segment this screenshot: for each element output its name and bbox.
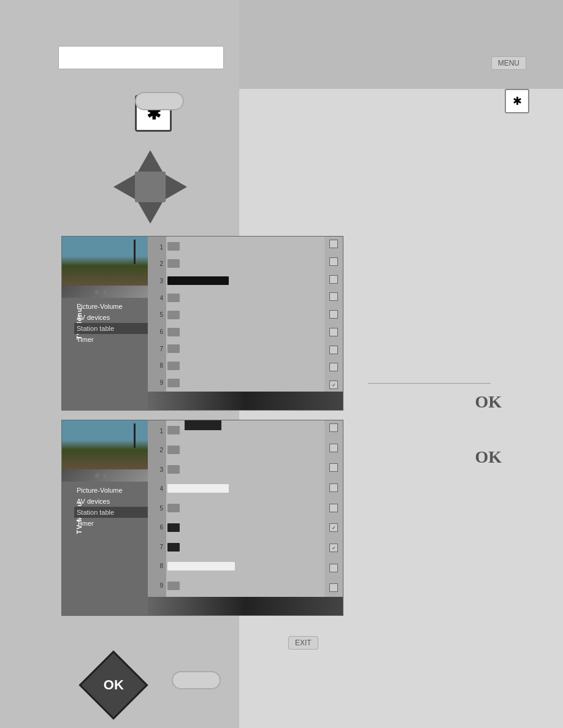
menu-button-right[interactable]: MENU — [491, 56, 526, 70]
exit-button[interactable]: EXIT — [288, 636, 318, 650]
star-icon-right: ✱ — [513, 94, 522, 108]
channel-bars-1 — [166, 237, 324, 410]
menu-item-picture-volume-1[interactable]: Picture-Volume — [74, 301, 148, 312]
ch-num-9: 9 — [149, 375, 165, 390]
ok-label: OK — [104, 677, 124, 693]
ch-cb-5[interactable] — [329, 310, 338, 319]
ch-cb-8[interactable] — [329, 363, 338, 371]
channel-checkboxes-2 — [324, 420, 343, 615]
exit-label: EXIT — [295, 639, 312, 647]
ch-num-5: 5 — [149, 308, 165, 322]
screen-gradient-2 — [148, 597, 343, 615]
channel-grid-1: 0 9 8 7 6 5 4 3 2 1 — [148, 237, 343, 410]
menu-item-timer-2[interactable]: Timer — [74, 518, 148, 529]
right-header — [239, 0, 563, 89]
ch-cb-9[interactable] — [329, 381, 338, 389]
ok-text-1: OK — [475, 392, 502, 412]
pill-button-top[interactable] — [135, 92, 184, 110]
ch-cb-4[interactable] — [329, 292, 338, 301]
tv-menu-items-1: Picture-Volume AV devices Station table … — [74, 301, 148, 345]
menu-item-station-table-2[interactable]: Station table — [74, 507, 148, 518]
ch-cb-2[interactable] — [329, 257, 338, 266]
menu-item-av-devices-2[interactable]: AV devices — [74, 496, 148, 507]
ch-num-1: 1 — [149, 240, 165, 254]
ch-cb-1[interactable] — [329, 240, 338, 248]
ch-num-7: 7 — [149, 341, 165, 356]
channel-numbers-2: 0 9 8 7 6 5 4 3 2 1 — [148, 420, 166, 615]
dpad-down[interactable] — [138, 202, 163, 224]
dpad-right[interactable] — [166, 175, 187, 199]
ok-text-2: OK — [475, 447, 502, 467]
ch-cb-7[interactable] — [329, 346, 338, 354]
menu-item-station-table-1[interactable]: Station table — [74, 323, 148, 334]
tv-menu-items-2: Picture-Volume AV devices Station table … — [74, 485, 148, 529]
menu-label-right: MENU — [498, 59, 519, 67]
ch-cb-6[interactable] — [329, 328, 338, 336]
menu-item-timer-1[interactable]: Timer — [74, 334, 148, 345]
channel-grid-2: 0 9 8 7 6 5 4 3 2 1 — [148, 420, 343, 615]
screen-gradient-1 — [148, 392, 343, 410]
ch-num-6: 6 — [149, 324, 165, 339]
star-button-right[interactable]: ✱ — [505, 89, 529, 113]
ch-num-3: 3 — [149, 273, 165, 288]
ch-cb-3[interactable] — [329, 275, 338, 284]
dpad-up[interactable] — [138, 150, 163, 172]
tv-screen-1: ★★★ TV-Menu Picture-Volume AV devices St… — [61, 236, 343, 411]
dpad[interactable] — [113, 150, 187, 224]
menu-item-picture-volume-2[interactable]: Picture-Volume — [74, 485, 148, 496]
divider-line — [368, 383, 491, 384]
pill-button-bottom[interactable] — [172, 671, 221, 689]
menu-item-av-devices-1[interactable]: AV devices — [74, 312, 148, 323]
channel-numbers-1: 0 9 8 7 6 5 4 3 2 1 — [148, 237, 166, 410]
ch-num-8: 8 — [149, 358, 165, 373]
ch-num-2: 2 — [149, 257, 165, 271]
tv-screen-2: ★★★ TV-Menu Picture-Volume AV devices St… — [61, 420, 343, 616]
ch-num-4: 4 — [149, 290, 165, 305]
channel-checkboxes-1 — [324, 237, 343, 410]
dpad-center[interactable] — [135, 172, 166, 202]
input-bar[interactable] — [58, 46, 224, 69]
dpad-left[interactable] — [113, 175, 135, 199]
channel-bars-2 — [166, 420, 324, 615]
